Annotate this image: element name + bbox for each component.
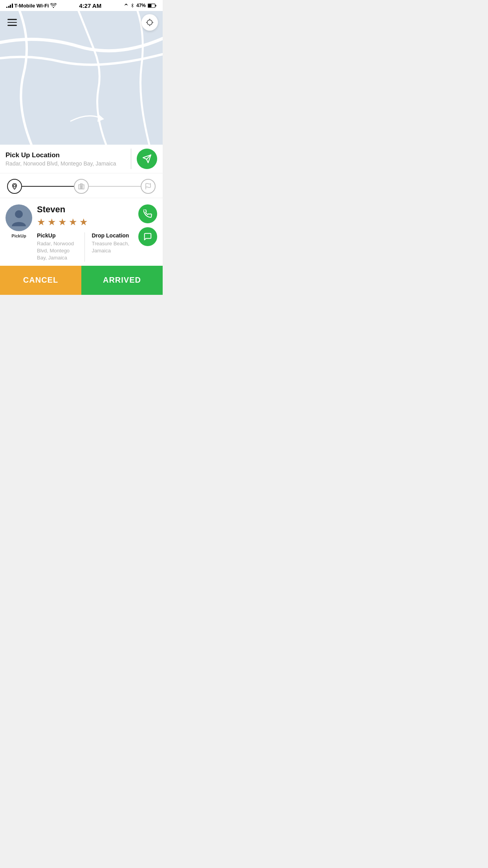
- driver-info-panel: PickUp Steven ★ ★ ★ ★ ★ PickUp Radar, No…: [0, 198, 163, 266]
- pickup-label-below-avatar: PickUp: [11, 234, 26, 238]
- hamburger-menu[interactable]: [5, 15, 20, 30]
- bluetooth-icon: [130, 3, 134, 8]
- svg-point-5: [147, 20, 152, 25]
- locations-row: PickUp Radar, Norwood Blvd, Montego Bay,…: [37, 232, 132, 262]
- person-silhouette-icon: [9, 208, 29, 228]
- pickup-bar-divider: [131, 149, 131, 169]
- tracker-flag-icon: [141, 179, 156, 194]
- rating-stars: ★ ★ ★ ★ ★: [37, 217, 132, 228]
- crosshair-icon: [145, 18, 154, 27]
- building-icon: [78, 183, 85, 190]
- drop-col: Drop Location Treasure Beach, Jamaica: [92, 232, 132, 262]
- svg-rect-1: [148, 4, 152, 7]
- drop-col-address: Treasure Beach, Jamaica: [92, 240, 132, 254]
- pickup-address: Radar, Norwood Blvd, Montego Bay, Jamaic…: [6, 160, 125, 167]
- star-5: ★: [79, 217, 88, 228]
- chat-icon: [143, 232, 152, 241]
- hamburger-line-3: [7, 25, 17, 26]
- progress-tracker: [0, 173, 163, 198]
- svg-rect-2: [155, 5, 156, 6]
- status-right: 47%: [124, 3, 156, 8]
- bottom-action-buttons: CANCEL ARRIVED: [0, 266, 163, 295]
- pickup-label: Pick Up Location: [6, 151, 125, 159]
- location-center-button[interactable]: [141, 14, 158, 31]
- star-2: ★: [48, 217, 56, 228]
- arrived-button[interactable]: ARRIVED: [81, 266, 163, 295]
- map-svg: [0, 11, 163, 145]
- signal-bars: [6, 3, 13, 8]
- svg-point-14: [15, 210, 23, 218]
- cancel-button[interactable]: CANCEL: [0, 266, 81, 295]
- wifi-icon: [50, 3, 57, 8]
- flag-icon: [145, 183, 152, 190]
- tracker-pickup-icon: [7, 179, 22, 194]
- tracker-hotel-icon: [74, 179, 89, 194]
- tracker-line-1: [22, 186, 74, 187]
- phone-icon: [143, 210, 152, 218]
- carrier-label: T-Mobile Wi-Fi: [15, 3, 49, 9]
- action-buttons: [138, 204, 157, 246]
- hamburger-line-1: [7, 19, 17, 20]
- signal-bar-2: [8, 6, 9, 8]
- send-location-button[interactable]: [137, 149, 157, 169]
- status-bar: T-Mobile Wi-Fi 4:27 AM 47%: [0, 0, 163, 11]
- hamburger-line-2: [7, 22, 17, 23]
- signal-bar-4: [12, 4, 13, 8]
- pickup-location-bar: Pick Up Location Radar, Norwood Blvd, Mo…: [0, 145, 163, 173]
- pin-icon: [11, 183, 18, 190]
- svg-point-10: [13, 185, 16, 187]
- send-icon: [142, 154, 152, 164]
- drop-col-title: Drop Location: [92, 232, 132, 239]
- status-time: 4:27 AM: [79, 2, 101, 9]
- tracker-line-2: [89, 186, 141, 187]
- driver-name: Steven: [37, 204, 132, 215]
- location-arrow-icon: [124, 3, 128, 8]
- signal-bar-3: [10, 5, 11, 8]
- star-1: ★: [37, 217, 46, 228]
- star-3: ★: [58, 217, 67, 228]
- locations-divider: [84, 232, 85, 262]
- pickup-col-title: PickUp: [37, 232, 77, 239]
- avatar-container: PickUp: [6, 204, 32, 238]
- call-button[interactable]: [138, 204, 157, 223]
- battery-label: 47%: [136, 3, 146, 8]
- driver-details: Steven ★ ★ ★ ★ ★ PickUp Radar, Norwood B…: [37, 204, 132, 262]
- message-button[interactable]: [138, 227, 157, 246]
- status-left: T-Mobile Wi-Fi: [6, 3, 57, 9]
- map-area: [0, 11, 163, 145]
- battery-icon: [148, 4, 156, 8]
- svg-rect-12: [81, 184, 83, 185]
- pickup-col: PickUp Radar, Norwood Blvd, Montego Bay,…: [37, 232, 77, 262]
- signal-bar-1: [6, 7, 7, 8]
- driver-avatar: [6, 204, 32, 231]
- pickup-col-address: Radar, Norwood Blvd, Montego Bay, Jamaic…: [37, 240, 77, 262]
- pickup-text-area: Pick Up Location Radar, Norwood Blvd, Mo…: [6, 151, 131, 167]
- star-4: ★: [69, 217, 77, 228]
